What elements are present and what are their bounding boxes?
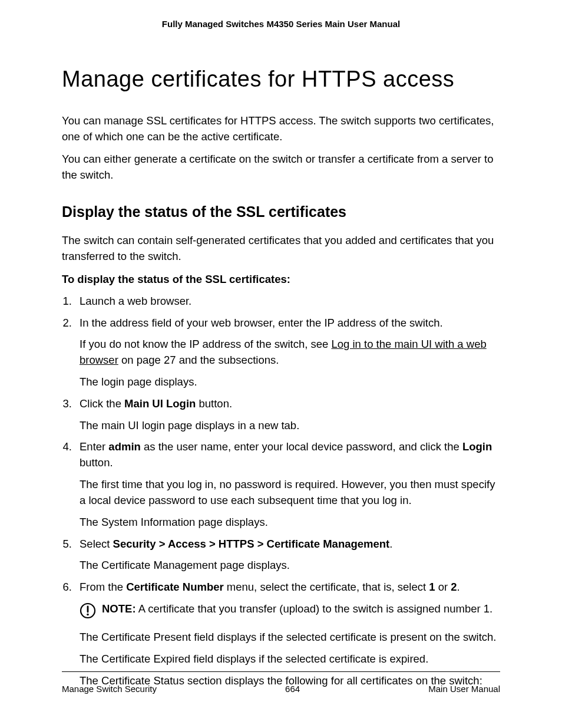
running-header: Fully Managed Switches M4350 Series Main… [62, 18, 500, 31]
step-3: Click the Main UI Login button. The main… [75, 396, 500, 434]
step-5-bold: Security > Access > HTTPS > Certificate … [113, 538, 390, 550]
intro-paragraph-1: You can manage SSL certificates for HTTP… [62, 113, 500, 145]
step-6-post: . [457, 581, 460, 593]
section-heading: Display the status of the SSL certificat… [62, 201, 500, 222]
step-5-sub-1: The Certificate Management page displays… [80, 558, 500, 574]
intro-paragraph-2: You can either generate a certificate on… [62, 151, 500, 183]
note-text: NOTE: A certificate that you transfer (u… [102, 601, 500, 617]
step-3-bold: Main UI Login [124, 397, 196, 410]
note-block: NOTE: A certificate that you transfer (u… [80, 601, 500, 619]
section-intro: The switch can contain self-generated ce… [62, 233, 500, 265]
step-2-text: In the address field of your web browser… [80, 317, 443, 329]
step-6-sub-2: The Certificate Expired field displays i… [80, 651, 500, 667]
step-1-text: Launch a web browser. [80, 295, 191, 307]
page: Fully Managed Switches M4350 Series Main… [0, 0, 562, 728]
step-6-sub-1: The Certificate Present field displays i… [80, 630, 500, 645]
step-3-pre: Click the [80, 397, 124, 410]
step-4-b2: Login [462, 440, 492, 453]
footer-left: Manage Switch Security [62, 683, 157, 696]
note-body: A certificate that you transfer (upload)… [136, 602, 493, 615]
step-6-b1: Certificate Number [126, 581, 224, 593]
step-6-b2: 1 [429, 581, 435, 593]
svg-point-2 [87, 614, 89, 616]
step-2-sub-1: If you do not know the IP address of the… [80, 337, 500, 368]
step-5: Select Security > Access > HTTPS > Certi… [75, 536, 500, 574]
step-6-pre: From the [80, 581, 126, 593]
step-3-post: button. [196, 397, 232, 410]
step-4-post: button. [80, 456, 113, 469]
step-2: In the address field of your web browser… [75, 315, 500, 390]
step-4-pre: Enter [80, 440, 108, 453]
step-6-b3: 2 [451, 581, 457, 593]
step-1: Launch a web browser. [75, 294, 500, 309]
footer-page-number: 664 [285, 683, 300, 696]
step-5-pre: Select [80, 538, 113, 550]
step-5-post: . [389, 538, 392, 550]
step-2-sub-2: The login page displays. [80, 374, 500, 390]
page-title: Manage certificates for HTTPS access [62, 63, 500, 95]
step-list: Launch a web browser. In the address fie… [62, 294, 500, 689]
step-4-b1: admin [108, 440, 140, 453]
step-4: Enter admin as the user name, enter your… [75, 439, 500, 530]
step-3-sub-1: The main UI login page displays in a new… [80, 418, 500, 434]
step-6-mid: menu, select the certificate, that is, s… [224, 581, 429, 593]
step-4-sub-1: The first time that you log in, no passw… [80, 477, 500, 509]
footer-right: Main User Manual [428, 683, 500, 696]
page-footer: Manage Switch Security 664 Main User Man… [62, 671, 500, 696]
note-label: NOTE: [102, 602, 136, 615]
footer-rule [62, 671, 500, 672]
step-2-sub-1-pre: If you do not know the IP address of the… [80, 338, 331, 350]
step-2-sub-1-post: on page 27 and the subsections. [118, 354, 279, 366]
step-4-mid: as the user name, enter your local devic… [141, 440, 462, 453]
step-4-sub-2: The System Information page displays. [80, 515, 500, 531]
alert-icon [80, 602, 96, 619]
step-6-mid2: or [435, 581, 451, 593]
instruction-heading: To display the status of the SSL certifi… [62, 272, 500, 288]
